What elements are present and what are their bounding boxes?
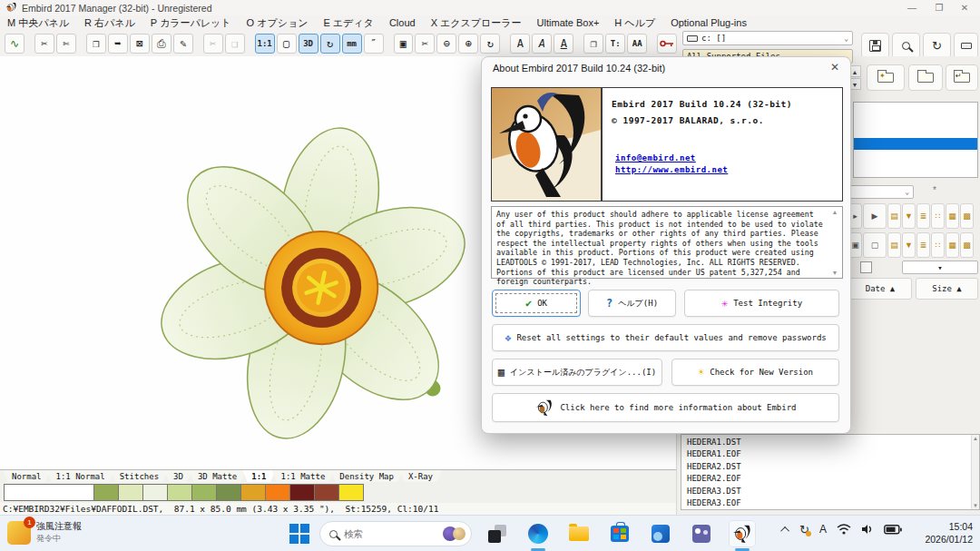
scroll-up-icon[interactable]: ▲ xyxy=(832,209,838,215)
drive-combobox[interactable]: c: [] ⌄ xyxy=(682,31,853,45)
view2-small-grid-icon[interactable]: ∷ xyxy=(931,232,945,258)
view2-monitor-icon[interactable]: ▢ xyxy=(863,232,887,258)
view1-play-icon[interactable]: ▶ xyxy=(863,203,887,229)
ok-button[interactable]: ✔ OK xyxy=(492,290,581,317)
microsoft-store-icon[interactable] xyxy=(606,520,633,547)
onedrive-sync-icon[interactable]: ↻ xyxy=(799,524,809,536)
floppy-drive-button[interactable] xyxy=(954,33,978,59)
tab-stitches[interactable]: Stitches xyxy=(111,470,168,483)
help-button[interactable]: ? ヘルプ(H) xyxy=(588,290,676,317)
history-combobox[interactable]: ⌄ xyxy=(848,185,914,199)
file-list-scrollbar[interactable]: ▲ ▼ xyxy=(971,435,979,509)
view2-large-grid-icon[interactable]: ▩ xyxy=(960,232,974,258)
add-stitches-icon[interactable]: ⊕ xyxy=(458,34,478,54)
edit-stitches-icon[interactable]: ✂ xyxy=(34,34,54,54)
letters-icon[interactable]: AA xyxy=(627,34,647,54)
save-design-button[interactable] xyxy=(861,33,889,59)
list-item[interactable]: HEDERA3.EOF xyxy=(687,497,979,509)
tab-normal[interactable]: Normal xyxy=(3,470,51,483)
list-item[interactable]: HEDERA2.EOF xyxy=(687,473,979,485)
speaker-icon[interactable] xyxy=(861,524,874,535)
email-link[interactable]: info@embird.net xyxy=(615,153,696,162)
palette-swatch[interactable] xyxy=(289,484,315,501)
clipboard-icon[interactable]: ❐ xyxy=(583,34,603,54)
menu-help[interactable]: H ヘルプ xyxy=(614,16,655,30)
font-normal-icon[interactable]: A xyxy=(510,34,530,54)
taskbar-clock[interactable]: 15:04 2026/01/12 xyxy=(925,520,973,546)
scroll-down-icon[interactable]: ▼ xyxy=(973,503,978,508)
sort-combobox[interactable]: ▾ xyxy=(902,261,978,274)
reset-settings-button[interactable]: ❖ Reset all settings to their default va… xyxy=(492,324,839,351)
zoom-button[interactable] xyxy=(892,33,920,59)
palette-swatch[interactable] xyxy=(191,484,217,501)
check-new-version-button[interactable]: ☀ Check for New Version xyxy=(671,359,839,386)
dialog-close-icon[interactable]: ✕ xyxy=(830,61,839,74)
screen-icon[interactable]: ▢ xyxy=(277,34,297,54)
design-manager-icon[interactable]: ∿ xyxy=(5,34,24,54)
minimize-button[interactable]: — xyxy=(898,0,926,15)
file-list[interactable]: HEDERA1.DST HEDERA1.EOF HEDERA2.DST HEDE… xyxy=(681,434,980,510)
menu-explorer[interactable]: X エクスプローラー xyxy=(431,16,522,30)
restore-button[interactable]: ❐ xyxy=(926,0,953,15)
view2-grid-icon[interactable]: ▦ xyxy=(946,232,959,258)
sort-by-date-button[interactable]: Date ▲ xyxy=(848,278,912,300)
view1-grid-icon[interactable]: ▦ xyxy=(946,203,959,229)
open-folder-icon[interactable]: ❒ xyxy=(86,34,106,54)
palette-swatch[interactable] xyxy=(216,484,241,501)
edge-icon[interactable] xyxy=(524,520,552,547)
scroll-up-icon[interactable]: ▲ xyxy=(973,436,978,441)
font-underline-icon[interactable]: A xyxy=(554,34,573,54)
palette-swatch[interactable] xyxy=(93,484,119,501)
export-icon[interactable]: ➥ xyxy=(108,34,128,54)
split-design-icon[interactable]: ✂ xyxy=(415,34,435,54)
refresh-button[interactable]: ↻ xyxy=(923,33,951,59)
test-integrity-button[interactable]: ✳ Test Integrity xyxy=(684,290,839,317)
list-item[interactable]: HEDERA3.DST xyxy=(687,486,979,497)
favorite-folder-button[interactable]: ✦ xyxy=(867,64,905,91)
remove-short-stitches-icon[interactable]: ⊖ xyxy=(436,34,456,54)
menu-color-palette[interactable]: P カラーパレット xyxy=(151,16,231,30)
cut-icon[interactable]: ✂ xyxy=(203,34,223,54)
copy-icon[interactable]: ❏ xyxy=(225,34,245,54)
start-button[interactable] xyxy=(289,523,310,545)
folder-up-button[interactable]: ↵ xyxy=(946,64,978,91)
tab-1-1[interactable]: 1:1 xyxy=(242,470,275,483)
view1-large-grid-icon[interactable]: ▩ xyxy=(960,203,974,229)
embird-taskbar-icon[interactable] xyxy=(729,520,756,547)
print-icon[interactable]: ⎙ xyxy=(152,34,172,54)
tab-density-map[interactable]: Density Map xyxy=(330,470,403,483)
text-properties-icon[interactable]: T: xyxy=(605,34,625,54)
palette-swatch[interactable] xyxy=(142,484,168,501)
palette-swatch[interactable] xyxy=(338,484,364,501)
tab-3d[interactable]: 3D xyxy=(164,470,192,483)
selected-directory-row[interactable] xyxy=(854,138,977,150)
palette-swatch[interactable] xyxy=(240,484,266,501)
view-3d-icon[interactable]: 3D xyxy=(299,34,318,54)
filter-checkbox[interactable] xyxy=(860,261,872,273)
folder-button[interactable] xyxy=(908,64,943,91)
installed-plugins-button[interactable]: ▦ インストール済みのプラグイン...(I) xyxy=(492,359,662,386)
menu-cloud[interactable]: Cloud xyxy=(389,17,416,28)
tab-x-ray[interactable]: X-Ray xyxy=(399,470,442,483)
view1-sort-icon[interactable]: ▼ xyxy=(902,203,916,229)
scale-1-1-icon[interactable]: 1:1 xyxy=(255,34,275,54)
list-item[interactable]: HEDERA1.EOF xyxy=(687,448,979,460)
menu-optional-plugins[interactable]: Optional Plug-ins xyxy=(671,17,747,28)
sew-simulator-icon[interactable]: ▣ xyxy=(394,34,414,54)
list-item[interactable]: HEDERA2.DST xyxy=(687,461,979,473)
website-link[interactable]: http://www.embird.net xyxy=(615,165,728,174)
people-icon[interactable] xyxy=(688,520,715,547)
battery-icon[interactable] xyxy=(884,525,902,535)
menu-options[interactable]: O オプション xyxy=(247,16,309,30)
ime-indicator[interactable]: A xyxy=(819,523,827,536)
file-explorer-icon[interactable] xyxy=(565,520,593,547)
menu-ultimate-box[interactable]: Ultimate Box+ xyxy=(537,17,600,28)
view1-list-icon[interactable]: ▤ xyxy=(887,203,901,229)
ruler-inch-icon[interactable]: ″ xyxy=(364,34,384,54)
taskview-icon[interactable] xyxy=(484,520,511,547)
outlook-icon[interactable] xyxy=(647,520,674,547)
list-item[interactable]: HEDERA1.DST xyxy=(687,437,979,448)
weather-widget[interactable]: 1 強風注意報 発令中 xyxy=(7,520,82,545)
editor-icon[interactable]: ✎ xyxy=(173,34,193,54)
palette-swatch[interactable] xyxy=(4,484,94,501)
